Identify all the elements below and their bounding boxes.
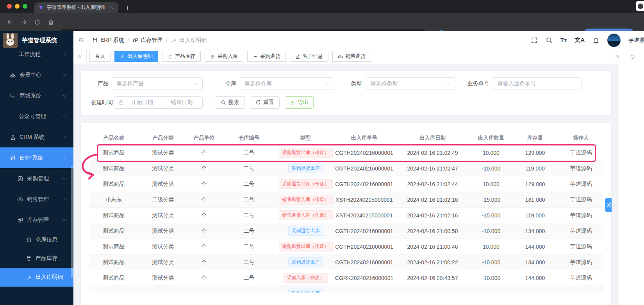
cell-warehouse: 二号 bbox=[221, 274, 277, 282]
sidebar-item-mp-manage[interactable]: 公众号管理 bbox=[0, 106, 73, 127]
sidebar-scrollbar[interactable] bbox=[71, 166, 73, 278]
tab-purchase-return[interactable]: 采购退货 bbox=[247, 51, 286, 62]
close-window-button[interactable] bbox=[7, 4, 12, 9]
type-badge: 采购退货出库 bbox=[288, 289, 323, 292]
cell-warehouse: 二号 bbox=[221, 228, 277, 235]
cell-warehouse: 二号 bbox=[221, 212, 277, 219]
column-header: 操作人 bbox=[558, 135, 603, 142]
cell-product: 测试商品 bbox=[89, 274, 139, 282]
forward-button[interactable] bbox=[18, 16, 29, 28]
product-filter-label: 产品 bbox=[81, 80, 112, 87]
date-range-input[interactable]: 开始日期 – 结束日期 bbox=[114, 96, 203, 109]
basket-icon bbox=[210, 54, 215, 59]
theme-settings-button[interactable] bbox=[605, 198, 612, 212]
tags-list: 首页出入库明细产品库存采购入库采购退货客户信息销售退货 bbox=[89, 51, 371, 62]
tab-product-stock[interactable]: 产品库存 bbox=[162, 51, 201, 62]
type-badge: 采购退货出库 bbox=[288, 226, 323, 235]
home-button[interactable] bbox=[45, 16, 57, 28]
refresh-icon bbox=[630, 54, 635, 59]
language-icon[interactable]: 文A bbox=[574, 36, 585, 44]
sidebar: 芋道管理系统 工作流程会员中心商城系统公众号管理CRM 系统ERP 系统采购管理… bbox=[0, 31, 73, 305]
reload-button[interactable] bbox=[31, 16, 43, 28]
sidebar-item-sales-manage[interactable]: 销售管理 bbox=[0, 189, 73, 210]
collapse-icon bbox=[78, 37, 85, 43]
tab-purchase-in[interactable]: 采购入库 bbox=[205, 51, 243, 62]
cell-no: CGTH20240216000001 bbox=[334, 244, 394, 250]
cell-qty: 10.000 bbox=[471, 181, 512, 187]
tab-home[interactable]: 首页 bbox=[89, 51, 111, 62]
tags-bar: 首页出入库明细产品库存采购入库采购退货客户信息销售退货 bbox=[73, 49, 644, 64]
calendar-icon bbox=[118, 100, 124, 105]
sidebar-item-stock-record[interactable]: 出入库明细 bbox=[0, 268, 73, 287]
tab-sales-return[interactable]: 销售退货 bbox=[332, 51, 371, 62]
type-select[interactable]: 请选择类型 bbox=[366, 77, 455, 90]
username[interactable]: 芋道源码 bbox=[628, 37, 644, 44]
close-tab-icon[interactable] bbox=[109, 5, 114, 10]
cell-unit: 个 bbox=[187, 274, 221, 282]
new-tab-button[interactable] bbox=[123, 4, 132, 12]
sidebar-item-workflow[interactable]: 工作流程 bbox=[0, 49, 73, 65]
bizno-input[interactable]: 请输入业务单号 bbox=[493, 77, 582, 90]
search-icon[interactable] bbox=[546, 37, 553, 44]
sidebar-item-label: 仓库信息 bbox=[36, 236, 57, 243]
product-icon bbox=[168, 54, 173, 59]
sidebar-item-stock-manage[interactable]: 库存管理 bbox=[0, 210, 73, 230]
search-button[interactable]: 搜索 bbox=[215, 96, 245, 109]
table-row: 测试商品测试分类个二号采购退货出库（作废）CGTH202402160000012… bbox=[89, 239, 603, 255]
tags-menu-button[interactable] bbox=[640, 49, 644, 64]
reset-button[interactable]: 重置 bbox=[250, 96, 280, 109]
chevron-down-icon bbox=[62, 93, 67, 98]
chevron-down-icon bbox=[62, 73, 67, 77]
cell-product: 测试商品 bbox=[89, 149, 139, 156]
cell-stock: 119.000 bbox=[512, 212, 558, 219]
cell-category: 二级分类 bbox=[139, 196, 187, 203]
tags-refresh-button[interactable] bbox=[625, 49, 640, 64]
cell-no: CGRK20240216000001 bbox=[334, 275, 394, 281]
export-button[interactable]: 导出 bbox=[285, 96, 314, 109]
tags-scroll-left-button[interactable] bbox=[73, 49, 87, 64]
type-badge: 采购退货出库（作废） bbox=[279, 148, 333, 157]
cell-no: CGTH20240216000001 bbox=[334, 150, 394, 156]
tab-stock-record[interactable]: 出入库明细 bbox=[114, 51, 158, 62]
fullscreen-icon[interactable] bbox=[531, 37, 538, 44]
chevron-down-icon bbox=[62, 52, 67, 57]
back-button[interactable] bbox=[4, 16, 16, 28]
table-header: 产品名称产品分类产品单位仓库编号类型出入库单号出入库日期出入库数量库存量操作人 bbox=[89, 131, 603, 145]
sidebar-item-member-center[interactable]: 会员中心 bbox=[0, 65, 73, 85]
tags-scroll-right-button[interactable] bbox=[610, 49, 625, 64]
createtime-filter-label: 创建时间 bbox=[81, 99, 114, 106]
product-select[interactable]: 请选择产品 bbox=[112, 77, 203, 90]
tab-customer-info[interactable]: 客户信息 bbox=[290, 51, 328, 62]
type-badge: 采购退货出库（作废） bbox=[279, 242, 333, 251]
browser-tab[interactable]: 芋道管理系统 - 出入库明细 bbox=[34, 2, 118, 13]
sidebar-item-product-stock[interactable]: 产品库存 bbox=[0, 249, 73, 268]
breadcrumb-erp[interactable]: ERP 系统 bbox=[92, 37, 124, 44]
sidebar-item-warehouse-info[interactable]: 仓库信息 bbox=[0, 230, 73, 249]
chevron-down-icon bbox=[446, 81, 451, 86]
notification-bell-icon[interactable] bbox=[592, 37, 599, 44]
cell-date: 2024-02-16 20:43:57 bbox=[394, 275, 471, 281]
font-size-icon[interactable]: Tᴛ bbox=[560, 37, 567, 43]
cell-category: 测试分类 bbox=[139, 274, 187, 282]
tab-label: 采购入库 bbox=[218, 53, 238, 60]
cell-product: 测试商品 bbox=[89, 243, 139, 250]
type-badge: 采购入库（作废） bbox=[284, 273, 328, 282]
sidebar-item-purchase-manage[interactable]: 采购管理 bbox=[0, 168, 73, 189]
sidebar-item-erp-system[interactable]: ERP 系统 bbox=[0, 147, 73, 168]
breadcrumb-record: 出入库明细 bbox=[171, 37, 207, 44]
breadcrumb-stock[interactable]: 库存管理 bbox=[132, 37, 162, 44]
sidebar-item-crm-system[interactable]: CRM 系统 bbox=[0, 127, 73, 147]
user-avatar[interactable] bbox=[607, 34, 621, 47]
minimize-window-button[interactable] bbox=[15, 4, 20, 9]
column-header: 仓库编号 bbox=[221, 135, 277, 142]
cell-category: 测试分类 bbox=[139, 212, 187, 219]
cell-stock: 129.000 bbox=[512, 150, 558, 156]
warehouse-select[interactable]: 请选择仓库 bbox=[240, 77, 334, 90]
sidebar-item-mall-system[interactable]: 商城系统 bbox=[0, 85, 73, 106]
zoom-window-button[interactable] bbox=[23, 4, 27, 9]
cell-stock: 181.000 bbox=[512, 197, 558, 203]
logo-row[interactable]: 芋道管理系统 bbox=[0, 31, 73, 49]
storefront-icon bbox=[92, 37, 98, 43]
collapse-sidebar-button[interactable] bbox=[73, 37, 89, 43]
cell-product: 小东东 bbox=[89, 196, 139, 203]
